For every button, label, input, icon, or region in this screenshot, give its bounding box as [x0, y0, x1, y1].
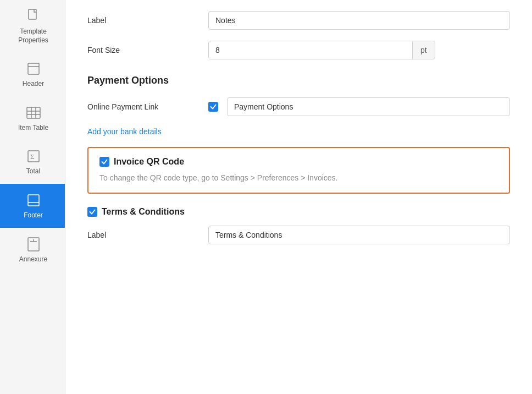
svg-rect-10: [28, 195, 39, 206]
online-payment-checkbox-wrap: [208, 102, 218, 112]
font-size-label: Font Size: [87, 46, 208, 54]
sidebar-item-total[interactable]: Σ Total: [0, 140, 65, 184]
qr-code-box: Invoice QR Code To change the QR code ty…: [87, 147, 510, 194]
terms-checkbox[interactable]: [87, 207, 97, 217]
qr-code-title: Invoice QR Code: [114, 157, 184, 167]
sidebar-item-footer[interactable]: Footer: [0, 184, 65, 228]
bank-details-link[interactable]: Add your bank details: [87, 127, 162, 136]
svg-text:Σ: Σ: [30, 152, 35, 161]
online-payment-checkbox[interactable]: [208, 102, 218, 112]
sidebar-item-label: Annexure: [19, 255, 47, 264]
qr-code-checkbox[interactable]: [99, 157, 109, 167]
main-content: Label Font Size pt Payment Options Onlin…: [65, 0, 532, 394]
terms-title-row: Terms & Conditions: [87, 207, 510, 217]
terms-conditions-title: Terms & Conditions: [102, 207, 185, 217]
label-row: Label: [87, 11, 510, 30]
sidebar-item-annexure[interactable]: Annexure: [0, 228, 65, 272]
payment-options-title: Payment Options: [87, 75, 510, 86]
font-size-row: Font Size pt: [87, 41, 510, 59]
footer-icon: [25, 191, 42, 209]
sidebar-item-label: Header: [23, 80, 44, 89]
terms-label-field-label: Label: [87, 231, 208, 239]
svg-rect-0: [29, 9, 36, 19]
header-icon: [25, 60, 42, 78]
qr-code-description: To change the QR code type, go to Settin…: [99, 172, 498, 184]
label-field-label: Label: [87, 16, 208, 25]
sidebar-item-header[interactable]: Header: [0, 52, 65, 96]
sigma-icon: Σ: [25, 147, 42, 165]
label-input[interactable]: [208, 11, 510, 30]
file-icon: [25, 8, 42, 25]
online-payment-label: Online Payment Link: [87, 102, 208, 111]
sidebar-item-label: Total: [26, 167, 40, 176]
svg-rect-1: [28, 63, 39, 74]
table-icon: [25, 104, 42, 122]
font-size-input-wrap: pt: [208, 41, 435, 59]
payment-options-section: Payment Options Online Payment Link Add …: [87, 75, 510, 147]
sidebar-item-label: Template Properties: [6, 28, 60, 45]
sidebar-item-template-properties[interactable]: Template Properties: [0, 0, 65, 52]
qr-title-row: Invoice QR Code: [99, 157, 498, 167]
sidebar-item-label: Item Table: [18, 124, 48, 133]
terms-conditions-section: Terms & Conditions Label: [87, 207, 510, 244]
sidebar-item-label: Footer: [24, 211, 43, 220]
terms-label-input[interactable]: [208, 226, 510, 244]
online-payment-row: Online Payment Link: [87, 97, 510, 116]
sidebar-item-item-table[interactable]: Item Table: [0, 96, 65, 140]
terms-label-row: Label: [87, 226, 510, 244]
payment-options-input[interactable]: [227, 97, 510, 116]
sidebar: Template Properties Header Item Table: [0, 0, 65, 394]
svg-rect-3: [27, 107, 40, 118]
annexure-icon: [25, 236, 42, 253]
font-size-input[interactable]: [209, 41, 412, 59]
font-size-unit: pt: [412, 41, 435, 59]
